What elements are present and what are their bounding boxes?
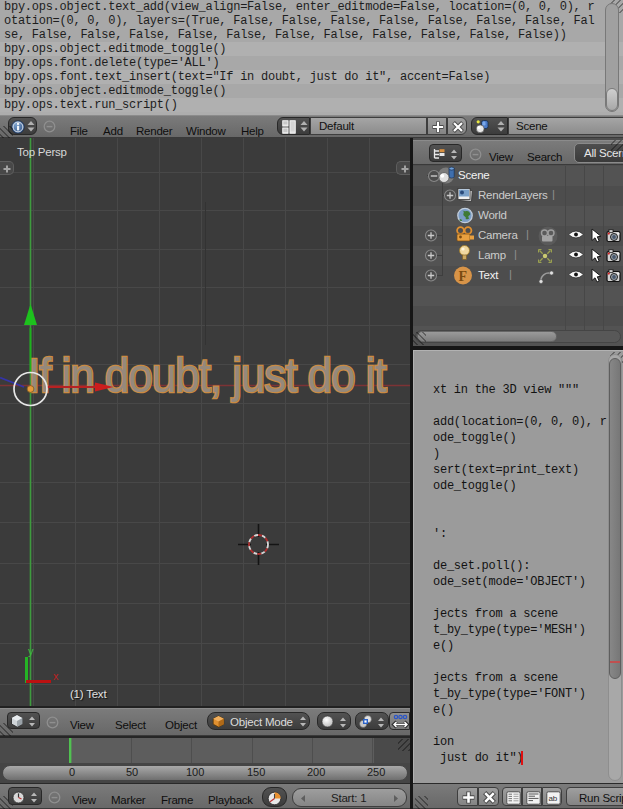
svg-text:F: F	[459, 269, 468, 284]
svg-text:ab: ab	[548, 794, 557, 803]
